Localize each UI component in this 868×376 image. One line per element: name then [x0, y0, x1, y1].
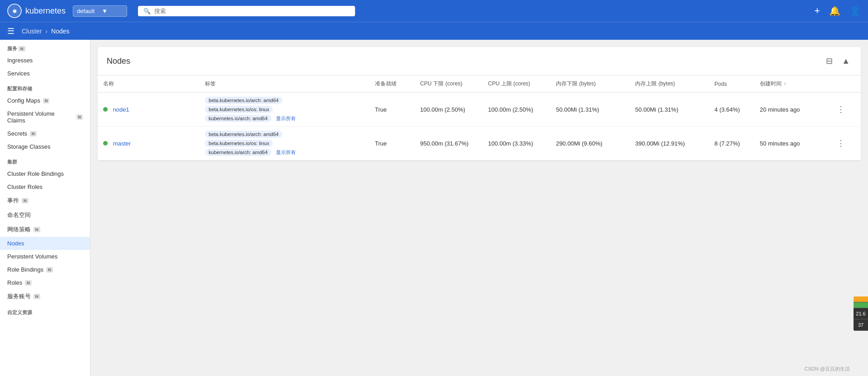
header-actions: ⊟ ▲ — [824, 54, 852, 68]
node-name-link[interactable]: master — [113, 140, 131, 147]
menu-toggle-icon[interactable]: ☰ — [7, 26, 14, 36]
sidebar-item-namespaces-label: 命名空间 — [7, 211, 31, 219]
pvc-badge: N — [76, 114, 83, 120]
tag-chip: beta.kubernetes.io/arch: amd64 — [205, 131, 282, 138]
table-header: 名称 标签 准备就绪 CPU 下限 (cores) CPU 上限 (cores)… — [98, 75, 861, 93]
services-badge: N — [19, 46, 25, 52]
table-body: node1 beta.kubernetes.io/arch: amd64 bet… — [98, 93, 861, 160]
logo-text: kubernetes — [25, 6, 66, 16]
widget-item-num2: 37 — [854, 320, 868, 331]
sidebar-item-cluster-role-bindings[interactable]: Cluster Role Bindings — [0, 167, 90, 180]
namespace-selector[interactable]: default ▼ — [73, 5, 127, 17]
col-header-ready: 准备就绪 — [370, 75, 415, 93]
tags-cell: beta.kubernetes.io/arch: amd64 beta.kube… — [199, 93, 369, 127]
node-name-cell: master — [98, 127, 199, 160]
more-actions-button[interactable]: ⋮ — [833, 103, 849, 116]
col-header-mem-max: 内存上限 (bytes) — [630, 75, 709, 93]
sidebar-item-roles[interactable]: Roles N — [0, 276, 90, 289]
sidebar-item-cluster-role-bindings-label: Cluster Role Bindings — [7, 170, 64, 177]
role-bindings-badge: N — [46, 267, 53, 273]
pods-cell: 8 (7.27%) — [709, 127, 754, 160]
sidebar-item-config-maps-label: Config Maps — [7, 97, 40, 104]
node-name-link[interactable]: node1 — [113, 106, 129, 113]
col-header-mem-min: 内存下限 (bytes) — [550, 75, 630, 93]
tag-chip: beta.kubernetes.io/os: linux — [205, 106, 273, 113]
user-avatar-icon[interactable]: 👤 — [849, 5, 861, 16]
breadcrumb-parent[interactable]: Cluster — [22, 28, 42, 35]
top-nav-actions: + 🔔 👤 — [814, 5, 861, 17]
status-indicator — [103, 141, 108, 146]
sidebar-item-pvc-label: Persistent Volume Claims — [7, 110, 74, 124]
notifications-icon[interactable]: 🔔 — [829, 5, 840, 16]
created-cell: 20 minutes ago — [754, 93, 828, 127]
col-header-cpu-max: CPU 上限 (cores) — [483, 75, 550, 93]
created-cell: 50 minutes ago — [754, 127, 828, 160]
roles-badge: N — [25, 280, 32, 286]
tag-chip: kubernetes.io/arch: amd64 — [205, 149, 271, 156]
sidebar-section-services: 服务 N — [0, 40, 90, 54]
sidebar-section-custom: 自定义资源 — [0, 304, 90, 318]
widget-item-orange — [854, 296, 868, 302]
content-header: Nodes ⊟ ▲ — [98, 47, 861, 75]
layout: 服务 N Ingresses Services 配置和存储 Config Map… — [0, 40, 868, 376]
breadcrumb-separator: › — [45, 28, 47, 35]
config-maps-badge: N — [43, 98, 50, 103]
mem-max-cell: 50.00Mi (1.31%) — [630, 93, 709, 127]
sidebar: 服务 N Ingresses Services 配置和存储 Config Map… — [0, 40, 90, 376]
sidebar-item-secrets[interactable]: Secrets N — [0, 127, 90, 140]
sidebar-item-nodes[interactable]: Nodes — [0, 237, 90, 250]
sidebar-item-events-label: 事件 — [7, 197, 19, 205]
add-button[interactable]: + — [814, 5, 820, 17]
sidebar-item-namespaces[interactable]: 命名空间 — [0, 208, 90, 222]
sidebar-item-network-policies-label: 网络策略 — [7, 226, 31, 234]
network-policies-badge: N — [33, 227, 40, 232]
tag-chip: beta.kubernetes.io/os: linux — [205, 140, 273, 147]
secrets-badge: N — [30, 131, 37, 136]
sidebar-item-ingresses[interactable]: Ingresses — [0, 54, 90, 67]
actions-cell: ⋮ — [828, 93, 861, 127]
namespace-dropdown-icon: ▼ — [102, 8, 123, 14]
show-all-link[interactable]: 显示所有 — [276, 149, 296, 156]
breadcrumb-bar: ☰ Cluster › Nodes — [0, 22, 868, 40]
sidebar-item-services[interactable]: Services — [0, 67, 90, 80]
sidebar-item-cluster-roles-label: Cluster Roles — [7, 183, 43, 190]
pods-cell: 4 (3.64%) — [709, 93, 754, 127]
ready-cell: True — [370, 93, 415, 127]
nodes-table: 名称 标签 准备就绪 CPU 下限 (cores) CPU 上限 (cores)… — [98, 75, 861, 160]
sidebar-item-nodes-label: Nodes — [7, 240, 24, 247]
sidebar-item-services-label: Services — [7, 70, 30, 77]
filter-button[interactable]: ⊟ — [824, 54, 835, 68]
sidebar-section-cluster: 集群 — [0, 153, 90, 167]
breadcrumb-current: Nodes — [51, 28, 69, 35]
search-bar: 🔍 — [138, 6, 355, 16]
mem-min-cell: 50.00Mi (1.31%) — [550, 93, 630, 127]
sidebar-item-pvc[interactable]: Persistent Volume Claims N — [0, 107, 90, 127]
sidebar-item-service-accounts[interactable]: 服务账号 N — [0, 289, 90, 304]
mem-max-cell: 390.00Mi (12.91%) — [630, 127, 709, 160]
node-name-cell: node1 — [98, 93, 199, 127]
sidebar-item-events[interactable]: 事件 N — [0, 193, 90, 208]
col-header-tags: 标签 — [199, 75, 369, 93]
more-actions-button[interactable]: ⋮ — [833, 136, 849, 150]
sidebar-item-network-policies[interactable]: 网络策略 N — [0, 222, 90, 237]
cpu-min-cell: 950.00m (31.67%) — [415, 127, 483, 160]
search-input[interactable] — [154, 8, 350, 14]
top-nav: ⎈ kubernetes default ▼ 🔍 + 🔔 👤 — [0, 0, 868, 22]
service-accounts-badge: N — [33, 294, 40, 299]
col-header-created[interactable]: 创建时间 ↑ — [754, 75, 828, 93]
show-all-link[interactable]: 显示所有 — [276, 115, 296, 122]
status-indicator — [103, 107, 108, 112]
logo: ⎈ kubernetes — [7, 4, 66, 18]
tags-cell: beta.kubernetes.io/arch: amd64 beta.kube… — [199, 127, 369, 160]
sidebar-item-role-bindings[interactable]: Role Bindings N — [0, 263, 90, 276]
sidebar-item-cluster-roles[interactable]: Cluster Roles — [0, 180, 90, 193]
sidebar-item-storage-classes-label: Storage Classes — [7, 143, 50, 150]
kubernetes-logo-icon: ⎈ — [7, 4, 22, 18]
sidebar-item-ingresses-label: Ingresses — [7, 57, 33, 64]
sidebar-item-config-maps[interactable]: Config Maps N — [0, 94, 90, 107]
sidebar-item-storage-classes[interactable]: Storage Classes — [0, 140, 90, 153]
cpu-max-cell: 100.00m (2.50%) — [483, 93, 550, 127]
collapse-button[interactable]: ▲ — [840, 55, 852, 68]
sidebar-item-roles-label: Roles — [7, 279, 22, 286]
sidebar-item-persistent-volumes[interactable]: Persistent Volumes — [0, 250, 90, 263]
